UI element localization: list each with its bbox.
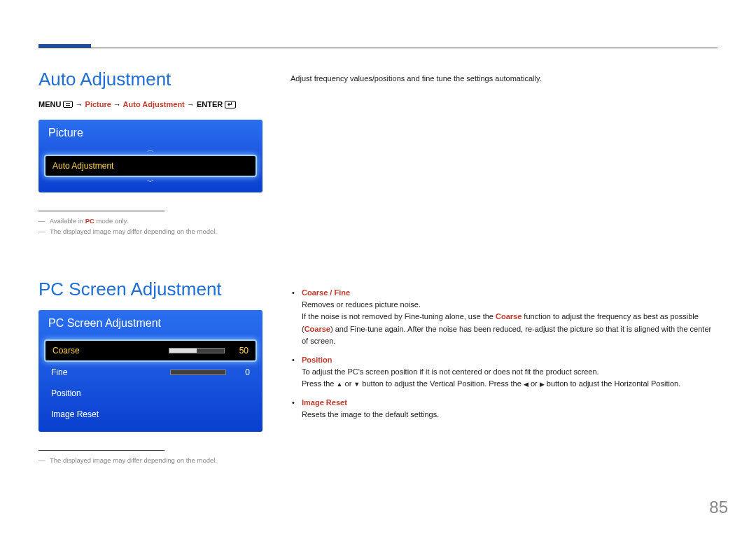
top-rule (38, 48, 718, 48)
osd-pc-screen-adjustment: PC Screen Adjustment Coarse 50 Fine 0 Po… (38, 310, 262, 432)
bullet-image-reset: Image Reset Resets the image to the defa… (290, 397, 718, 421)
osd-item-label: Auto Adjustment (52, 161, 113, 171)
slider-fine[interactable] (170, 370, 226, 375)
osd-item-coarse[interactable]: Coarse 50 (44, 339, 257, 362)
osd-item-value: 0 (232, 367, 250, 377)
triangle-left-icon (524, 379, 528, 388)
caret-down-icon: ﹀ (43, 177, 258, 187)
arrow: → (76, 100, 83, 108)
osd-item-image-reset[interactable]: Image Reset (43, 404, 258, 425)
auto-adjustment-description: Adjust frequency values/positions and fi… (290, 73, 718, 85)
section-title-auto-adjustment: Auto Adjustment (38, 69, 262, 90)
osd-item-auto-adjustment[interactable]: Auto Adjustment (44, 155, 257, 177)
osd-item-label: Fine (51, 367, 164, 377)
osd-title: PC Screen Adjustment (38, 310, 262, 335)
bullet-head: Image Reset (302, 398, 347, 407)
arrow: → (113, 100, 121, 108)
note-image-differ: ― The displayed image may differ dependi… (38, 226, 262, 237)
menu-icon (63, 101, 73, 108)
breadcrumb-auto-adjustment: MENU → Picture → Auto Adjustment → ENTER (38, 100, 262, 108)
triangle-right-icon (540, 379, 545, 388)
osd-item-label: Image Reset (51, 409, 99, 419)
bullet-head: Coarse / Fine (302, 288, 350, 297)
enter-icon (225, 101, 236, 108)
breadcrumb-menu: MENU (38, 100, 61, 108)
section-title-pc-screen-adjustment: PC Screen Adjustment (38, 279, 262, 300)
bullet-position: Position To adjust the PC's screen posit… (290, 354, 718, 390)
caret-up-icon: ︿ (43, 145, 258, 155)
bullet-coarse-fine: Coarse / Fine Removes or reduces picture… (290, 287, 718, 346)
bullet-head: Position (302, 356, 332, 364)
osd-item-value: 50 (230, 346, 248, 356)
osd-title: Picture (38, 120, 262, 145)
page-number: 85 (709, 498, 728, 517)
osd-item-label: Position (51, 388, 81, 398)
notes-divider (38, 450, 164, 451)
osd-item-label: Coarse (52, 346, 163, 356)
osd-item-position[interactable]: Position (43, 383, 258, 404)
arrow: → (187, 100, 195, 108)
breadcrumb-picture: Picture (85, 100, 111, 108)
breadcrumb-auto-adj: Auto Adjustment (123, 100, 185, 108)
triangle-down-icon (354, 379, 360, 388)
slider-fill (169, 349, 197, 353)
section-marker (38, 44, 91, 48)
slider-coarse[interactable] (169, 348, 225, 353)
osd-item-fine[interactable]: Fine 0 (43, 362, 258, 383)
osd-picture: Picture ︿ Auto Adjustment ﹀ (38, 120, 262, 192)
note-image-differ-2: ― The displayed image may differ dependi… (38, 455, 262, 465)
breadcrumb-enter: ENTER (197, 100, 223, 108)
note-pc-mode: ― Available in PC mode only. (38, 216, 262, 226)
notes-divider (38, 211, 164, 211)
